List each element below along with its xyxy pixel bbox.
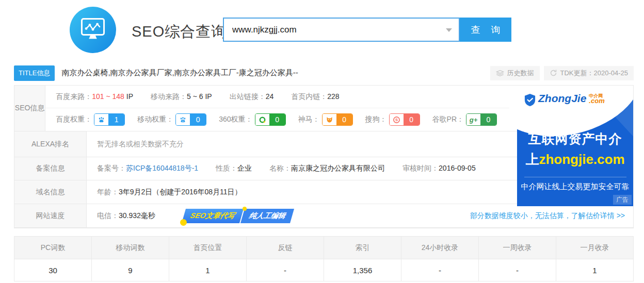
row-label-seo: SEO信息 <box>14 86 45 131</box>
weight-360-label: 360权重： <box>219 115 252 124</box>
beian-name-value: 南京康之冠办公家具有限公司 <box>291 164 385 172</box>
stats-value-mobile-words[interactable]: 9 <box>91 259 169 281</box>
google-pr-label: 谷歌PR： <box>432 115 464 124</box>
ad-divider <box>524 177 626 177</box>
beian-number-link[interactable]: 苏ICP备16044818号-1 <box>126 164 198 172</box>
sogou-value: 0 <box>404 114 420 125</box>
promo-ribbon[interactable]: SEO文章代写 纯人工编辑 <box>184 209 293 223</box>
alexa-no-data-text: 暂无排名或相关数据不充分 <box>97 140 184 149</box>
outlink-label: 出站链接： <box>230 92 266 101</box>
stats-header-mobile-words: 移动词数 <box>91 237 169 259</box>
stats-value-month[interactable]: 1 <box>556 259 633 281</box>
shenma-badge[interactable]: 0 <box>322 113 353 126</box>
weight-360-badge[interactable]: 0 <box>255 113 286 126</box>
baidu-traffic-value: 101 ~ 148 <box>92 92 124 101</box>
history-data-button[interactable]: 历史数据 <box>490 66 540 80</box>
ribbon-dot-icon <box>243 207 247 211</box>
beian-nature-value: 企业 <box>237 164 252 172</box>
ad-domain-text: zhongjie.com <box>539 152 624 167</box>
baidu-weight-badge[interactable]: 1 <box>94 113 125 126</box>
row-speed: 网站速度 电信： 30.932毫秒 SEO文章代写 纯人工编辑 部分数据维度较小… <box>14 204 633 228</box>
stats-header-backlinks: 反链 <box>246 237 324 259</box>
mobile-traffic-label: 移动来路： <box>151 92 187 101</box>
row-label-alexa: ALEXA排名 <box>14 131 87 157</box>
homelink-label: 首页内链： <box>291 92 327 101</box>
telecom-speed-value: 30.932毫秒 <box>119 211 155 221</box>
monitor-chart-icon <box>79 17 106 43</box>
row-label-domain: 域名信息 <box>14 180 87 204</box>
tdk-update-label: TDK更新：2020-04-25 <box>560 69 629 78</box>
baidu-traffic-label: 百度来路： <box>56 92 92 101</box>
beian-nature-label: 性质： <box>216 164 237 172</box>
beian-audit-value: 2016-09-05 <box>439 164 476 172</box>
page-title: SEO综合查询 <box>132 22 227 42</box>
ad-logo-com: .com <box>589 98 604 104</box>
stats-value-24h: - <box>401 259 478 281</box>
stats-header-index: 索引 <box>324 237 401 259</box>
shenma-value: 0 <box>336 114 352 125</box>
homelink-value: 228 <box>327 92 339 101</box>
search-bar: 查 询 <box>223 18 511 42</box>
ribbon-right-text: 纯人工编辑 <box>240 209 294 223</box>
stats-header-week: 一周收录 <box>478 237 556 259</box>
domain-age-label: 年龄： <box>97 188 119 197</box>
baidu-weight-label: 百度权重： <box>56 115 92 124</box>
layers-icon <box>496 70 504 77</box>
ad-mark-label: 广告 <box>613 195 632 205</box>
app-logo <box>70 7 116 53</box>
stats-value-week: - <box>478 259 556 281</box>
telecom-speed-label: 电信： <box>97 211 119 221</box>
row-label-speed: 网站速度 <box>14 204 87 227</box>
ad-domain-line: 上zhongjie.com <box>517 151 633 169</box>
sogou-badge[interactable]: S 0 <box>389 113 420 126</box>
stats-header-month: 一月收录 <box>556 237 633 259</box>
tdk-update-button[interactable]: TDK更新：2020-04-25 <box>544 66 634 80</box>
google-pr-value: 0 <box>480 114 496 125</box>
seo-info-table: SEO信息 百度来路：101 ~ 148 IP 移动来路：5 ~ 6 IP 出站… <box>14 85 634 228</box>
ribbon-left-text: SEO文章代写 <box>182 209 244 223</box>
beian-name-label: 名称： <box>269 164 291 172</box>
mobile-traffic-value: 5 ~ 6 IP <box>187 92 212 101</box>
weight-360-value: 0 <box>269 114 285 125</box>
ad-headline: 互联网资产中介 <box>517 130 633 147</box>
stats-value-row: 30 9 1 - 1,356 - - 1 <box>14 259 633 281</box>
dropdown-caret-icon[interactable] <box>446 28 452 35</box>
estimate-details-link[interactable]: 部分数据维度较小，无法估算，了解估价详情 >> <box>470 211 633 221</box>
query-button[interactable]: 查 询 <box>460 18 511 42</box>
beian-audit-label: 审核时间： <box>403 164 439 172</box>
shenma-label: 神马： <box>298 115 320 124</box>
domain-age-value: 3年9月2日（创建于2016年08月11日） <box>119 188 242 197</box>
stats-header-24h: 24小时收录 <box>401 237 478 259</box>
title-info-badge: TITLE信息 <box>14 65 55 81</box>
stats-table: PC词数 移动词数 首页位置 反链 索引 24小时收录 一周收录 一月收录 30… <box>14 236 634 281</box>
stats-header-home-position: 首页位置 <box>169 237 246 259</box>
stats-value-backlinks: - <box>246 259 324 281</box>
ad-domain-prefix: 上 <box>525 152 539 167</box>
google-pr-badge[interactable]: g+ 0 <box>466 113 497 126</box>
ad-banner[interactable]: ZhongJie 中介网 .com 互联网资产中介 上zhongjie.com … <box>517 86 633 206</box>
shield-icon <box>524 93 536 107</box>
mobile-weight-label: 移动权重： <box>137 115 173 124</box>
sogou-s-icon: S <box>390 114 404 125</box>
ad-slogan: 中介网让线上交易更加安全可靠 <box>517 182 633 192</box>
seo-query-page: SEO综合查询 查 询 TITLE信息 南京办公桌椅,南京办公家具厂家,南京办公… <box>0 0 644 283</box>
ribbon-dot-icon <box>180 219 187 226</box>
seo-weights-line: 百度权重： 1 移动权重： m 0 360权重： <box>45 108 509 131</box>
search-input[interactable] <box>223 18 460 42</box>
seo-traffic-line: 百度来路：101 ~ 148 IP 移动来路：5 ~ 6 IP 出站链接：24 … <box>45 86 509 108</box>
stats-value-home-position[interactable]: 1 <box>169 259 246 281</box>
stats-header-pc-words: PC词数 <box>14 237 91 259</box>
mobile-weight-badge[interactable]: m 0 <box>175 113 206 126</box>
baidu-traffic-unit: IP <box>124 92 133 101</box>
360-ring-icon <box>255 114 269 125</box>
stats-value-pc-words[interactable]: 30 <box>14 259 91 281</box>
sogou-label: 搜狗： <box>365 115 387 124</box>
stats-value-index[interactable]: 1,356 <box>324 259 401 281</box>
ad-logo-text: ZhongJie <box>538 93 586 104</box>
google-plus-icon: g+ <box>466 114 480 125</box>
baidu-mobile-paw-icon: m <box>176 114 190 125</box>
beian-number-label: 备案号： <box>97 164 126 172</box>
row-label-beian: 备案信息 <box>14 157 87 180</box>
baidu-paw-icon <box>94 114 108 125</box>
svg-text:S: S <box>395 118 398 122</box>
